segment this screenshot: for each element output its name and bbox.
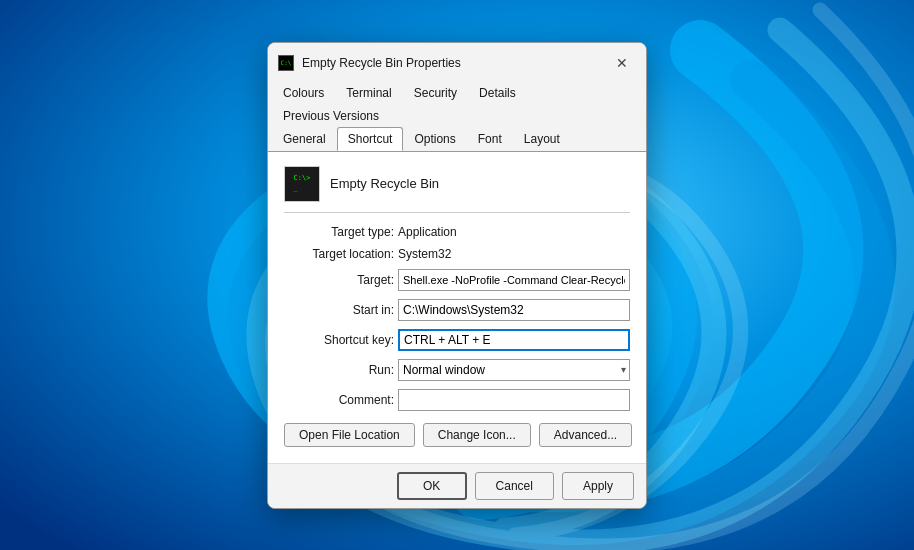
start-in-input[interactable]: [398, 299, 630, 321]
action-buttons: Open File Location Change Icon... Advanc…: [284, 423, 630, 447]
run-row: Run: Normal window Minimized Maximized ▾: [284, 359, 630, 381]
tab-terminal[interactable]: Terminal: [335, 81, 402, 104]
run-label: Run:: [284, 363, 394, 377]
tab-font[interactable]: Font: [467, 127, 513, 151]
target-input[interactable]: [398, 269, 630, 291]
target-location-label: Target location:: [284, 247, 394, 261]
dialog-title: Empty Recycle Bin Properties: [302, 56, 602, 70]
properties-dialog: C:\ Empty Recycle Bin Properties ✕ Colou…: [267, 42, 647, 509]
comment-input[interactable]: [398, 389, 630, 411]
shortcut-key-input[interactable]: [398, 329, 630, 351]
target-type-value: Application: [398, 225, 457, 239]
target-location-row: Target location: System32: [284, 247, 630, 261]
change-icon-button[interactable]: Change Icon...: [423, 423, 531, 447]
start-in-label: Start in:: [284, 303, 394, 317]
comment-row: Comment:: [284, 389, 630, 411]
shortcut-key-label: Shortcut key:: [284, 333, 394, 347]
target-row: Target:: [284, 269, 630, 291]
target-type-row: Target type: Application: [284, 225, 630, 239]
app-name: Empty Recycle Bin: [330, 176, 439, 191]
tabs-row-1: Colours Terminal Security Details Previo…: [272, 81, 642, 127]
tab-security[interactable]: Security: [403, 81, 468, 104]
titlebar: C:\ Empty Recycle Bin Properties ✕: [268, 43, 646, 81]
tab-layout[interactable]: Layout: [513, 127, 571, 151]
tab-content: C:\>_ Empty Recycle Bin Target type: App…: [268, 151, 646, 463]
target-type-label: Target type:: [284, 225, 394, 239]
tab-previous-versions[interactable]: Previous Versions: [272, 104, 390, 127]
target-label: Target:: [284, 273, 394, 287]
run-select[interactable]: Normal window Minimized Maximized: [398, 359, 630, 381]
run-select-wrapper: Normal window Minimized Maximized ▾: [398, 359, 630, 381]
comment-label: Comment:: [284, 393, 394, 407]
cancel-button[interactable]: Cancel: [475, 472, 554, 500]
apply-button[interactable]: Apply: [562, 472, 634, 500]
ok-button[interactable]: OK: [397, 472, 467, 500]
titlebar-icon: C:\: [278, 55, 294, 71]
tab-details[interactable]: Details: [468, 81, 527, 104]
target-location-value: System32: [398, 247, 451, 261]
start-in-row: Start in:: [284, 299, 630, 321]
close-button[interactable]: ✕: [610, 51, 634, 75]
advanced-button[interactable]: Advanced...: [539, 423, 632, 447]
tab-colours[interactable]: Colours: [272, 81, 335, 104]
tab-shortcut[interactable]: Shortcut: [337, 127, 404, 151]
shortcut-key-row: Shortcut key:: [284, 329, 630, 351]
tabs-container: Colours Terminal Security Details Previo…: [268, 81, 646, 151]
tab-options[interactable]: Options: [403, 127, 466, 151]
dialog-overlay: C:\ Empty Recycle Bin Properties ✕ Colou…: [0, 0, 914, 550]
app-icon: C:\>_: [284, 166, 320, 202]
app-header: C:\>_ Empty Recycle Bin: [284, 166, 630, 213]
tabs-row-2: General Shortcut Options Font Layout: [272, 127, 642, 151]
open-file-location-button[interactable]: Open File Location: [284, 423, 415, 447]
dialog-footer: OK Cancel Apply: [268, 463, 646, 508]
tab-general[interactable]: General: [272, 127, 337, 151]
